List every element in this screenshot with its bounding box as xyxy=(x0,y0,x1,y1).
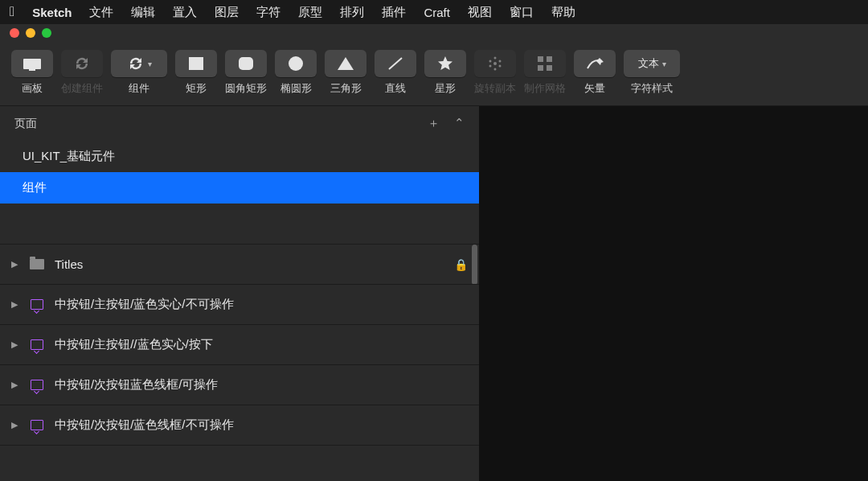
app-menu[interactable]: Sketch xyxy=(32,6,72,19)
svg-rect-13 xyxy=(538,56,543,62)
rect-icon xyxy=(187,56,205,71)
oval-icon xyxy=(287,56,305,72)
toolbar-label: 组件 xyxy=(129,82,149,96)
sync-icon xyxy=(127,56,145,72)
disclosure-arrow-icon[interactable]: ▶ xyxy=(11,259,19,269)
svg-point-10 xyxy=(494,68,497,71)
zoom-window-button[interactable] xyxy=(42,28,51,38)
menu-prototype[interactable]: 原型 xyxy=(298,5,322,20)
menu-file[interactable]: 文件 xyxy=(89,5,113,20)
vector-icon xyxy=(585,56,604,71)
disclosure-arrow-icon[interactable]: ▶ xyxy=(11,339,19,350)
menu-plugins[interactable]: 插件 xyxy=(382,5,406,20)
menu-insert[interactable]: 置入 xyxy=(173,5,197,20)
apple-menu-icon[interactable]:  xyxy=(10,4,14,20)
artboard-symbol-icon xyxy=(29,339,45,352)
folder-icon xyxy=(29,258,45,271)
toolbar-symbol-button[interactable]: ▾组件 xyxy=(111,50,167,96)
toolbar-label: 旋转副本 xyxy=(474,82,516,96)
menu-arrange[interactable]: 排列 xyxy=(340,5,364,20)
toolbar-oval-button[interactable]: 椭圆形 xyxy=(275,50,317,96)
toolbar-vector-button[interactable]: 矢量 xyxy=(574,50,616,96)
canvas[interactable] xyxy=(479,106,868,481)
star-icon xyxy=(436,56,454,72)
page-item[interactable]: 组件 xyxy=(0,172,479,204)
layer-name: 中按钮/次按钮/蓝色线框/不可操作 xyxy=(55,417,234,433)
menu-edit[interactable]: 编辑 xyxy=(131,5,155,20)
toolbar-text-styles-button[interactable]: 文本▾字符样式 xyxy=(624,50,680,96)
artboard-icon xyxy=(23,56,42,71)
roundrect-icon xyxy=(237,56,255,71)
layer-name: 中按钮/主按钮/蓝色实心/不可操作 xyxy=(55,297,234,312)
layer-row[interactable]: ▶中按钮/主按钮//蓝色实心/按下 xyxy=(0,325,479,365)
layer-row[interactable]: ▶中按钮/次按钮/蓝色线框/不可操作 xyxy=(0,405,479,446)
line-icon xyxy=(387,56,404,72)
collapse-pages-button[interactable]: ⌃ xyxy=(454,116,465,131)
toolbar-label: 创建组件 xyxy=(61,82,103,96)
sync-icon xyxy=(73,56,91,72)
svg-rect-3 xyxy=(239,57,253,70)
close-window-button[interactable] xyxy=(10,28,19,38)
toolbar-label: 三角形 xyxy=(330,82,362,96)
layer-name: 中按钮/次按钮蓝色线框/可操作 xyxy=(55,377,218,393)
minimize-window-button[interactable] xyxy=(26,28,35,38)
pages-header-label: 页面 xyxy=(14,117,37,131)
svg-point-4 xyxy=(289,56,303,71)
toolbar-artboard-button[interactable]: 画板 xyxy=(11,50,53,96)
svg-rect-1 xyxy=(29,69,35,71)
svg-point-12 xyxy=(489,60,492,63)
toolbar-rect-button[interactable]: 矩形 xyxy=(175,50,217,96)
toolbar: 画板创建组件▾组件矩形圆角矩形椭圆形三角形直线星形旋转副本制作网格矢量文本▾字符… xyxy=(0,42,868,106)
menu-window[interactable]: 窗口 xyxy=(510,5,534,20)
artboard-symbol-icon xyxy=(29,298,45,311)
toolbar-create-symbol-button: 创建组件 xyxy=(61,50,103,96)
toolbar-label: 椭圆形 xyxy=(280,82,312,96)
toolbar-make-grid-button: 制作网格 xyxy=(524,50,566,96)
toolbar-label: 字符样式 xyxy=(631,82,673,96)
toolbar-label: 直线 xyxy=(385,82,406,96)
svg-point-7 xyxy=(494,57,497,60)
toolbar-rotate-copies-button: 旋转副本 xyxy=(474,50,516,96)
disclosure-arrow-icon[interactable]: ▶ xyxy=(11,420,19,430)
svg-rect-16 xyxy=(547,65,552,71)
svg-rect-14 xyxy=(547,56,552,62)
svg-point-8 xyxy=(499,60,502,63)
page-item[interactable]: UI_KIT_基础元件 xyxy=(0,141,479,172)
disclosure-arrow-icon[interactable]: ▶ xyxy=(11,380,19,390)
triangle-icon xyxy=(337,56,354,71)
toolbar-star-button[interactable]: 星形 xyxy=(424,50,466,96)
lock-icon[interactable]: 🔒 xyxy=(454,258,468,271)
disclosure-arrow-icon[interactable]: ▶ xyxy=(11,299,19,310)
layer-row[interactable]: ▶中按钮/次按钮蓝色线框/可操作 xyxy=(0,365,479,405)
menu-view[interactable]: 视图 xyxy=(468,5,492,20)
menu-layer[interactable]: 图层 xyxy=(215,5,239,20)
artboard-symbol-icon xyxy=(29,419,45,432)
toolbar-line-button[interactable]: 直线 xyxy=(375,50,416,96)
main-area: 页面 ＋ ⌃ UI_KIT_基础元件组件 ▶Titles🔒▶中按钮/主按钮/蓝色… xyxy=(0,106,868,481)
macos-menubar:  Sketch 文件 编辑 置入 图层 字符 原型 排列 插件 Craft 视… xyxy=(0,0,868,24)
layers-list: ▶Titles🔒▶中按钮/主按钮/蓝色实心/不可操作▶中按钮/主按钮//蓝色实心… xyxy=(0,244,479,446)
layer-name: 中按钮/主按钮//蓝色实心/按下 xyxy=(55,337,213,352)
artboard-symbol-icon xyxy=(29,379,45,392)
svg-point-9 xyxy=(499,65,502,68)
svg-rect-15 xyxy=(538,65,543,71)
toolbar-label: 制作网格 xyxy=(524,82,566,96)
toolbar-roundrect-button[interactable]: 圆角矩形 xyxy=(225,50,267,96)
svg-point-11 xyxy=(489,65,492,68)
menu-help[interactable]: 帮助 xyxy=(551,5,575,20)
menu-text[interactable]: 字符 xyxy=(256,5,280,20)
left-panel: 页面 ＋ ⌃ UI_KIT_基础元件组件 ▶Titles🔒▶中按钮/主按钮/蓝色… xyxy=(0,106,479,481)
toolbar-label: 画板 xyxy=(22,82,43,96)
layer-row[interactable]: ▶中按钮/主按钮/蓝色实心/不可操作 xyxy=(0,285,479,325)
toolbar-label: 星形 xyxy=(435,82,456,96)
rotate-icon xyxy=(486,56,504,72)
toolbar-triangle-button[interactable]: 三角形 xyxy=(325,50,366,96)
app-window: 画板创建组件▾组件矩形圆角矩形椭圆形三角形直线星形旋转副本制作网格矢量文本▾字符… xyxy=(0,24,868,481)
add-page-button[interactable]: ＋ xyxy=(428,116,440,131)
toolbar-label: 矩形 xyxy=(186,82,207,96)
layer-row[interactable]: ▶Titles🔒 xyxy=(0,245,479,285)
menu-craft[interactable]: Craft xyxy=(424,6,450,19)
grid-icon xyxy=(537,56,553,72)
pages-header: 页面 ＋ ⌃ xyxy=(0,106,479,141)
svg-line-5 xyxy=(389,58,402,69)
